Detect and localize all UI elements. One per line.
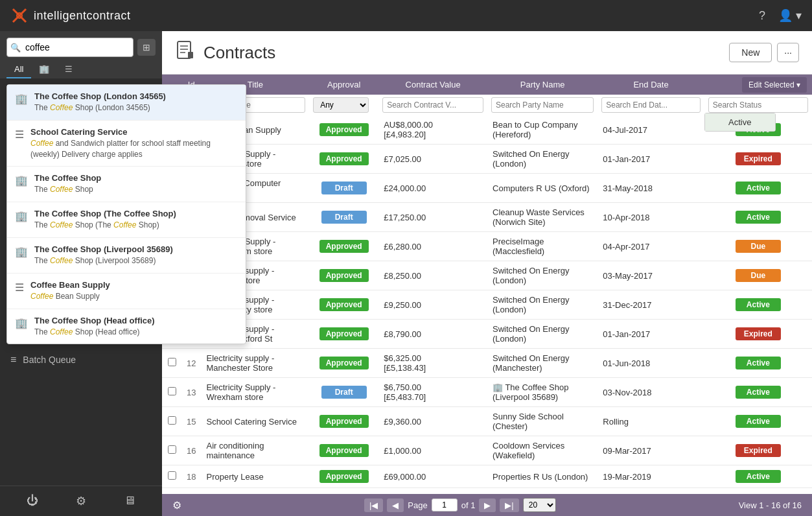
result-content-6: Coffee Bean Supply Coffee Bean Supply [30, 280, 238, 302]
row-contract-value-cell: £69,000.00 [378, 465, 487, 488]
row-contract-value-cell: $6,325.00[£5,138.43] [378, 349, 487, 378]
search-filter-row: Any Approved Draft ▾ [162, 95, 812, 115]
help-icon[interactable]: ? [759, 9, 765, 23]
status-header: Status Edit Selected ▾ [704, 75, 812, 95]
row-end-date-cell: 03-Nov-2018 [597, 378, 704, 407]
new-button[interactable]: New [729, 43, 772, 62]
per-page-select[interactable]: 20 50 100 [523, 498, 556, 512]
row-end-date-cell: 04-Jul-2017 [597, 115, 704, 145]
table-row: 18 Property Lease Approved £69,000.00 Pr… [162, 465, 812, 488]
approval-badge: Approved [319, 240, 369, 253]
search-result-4[interactable]: 🏢 The Coffee Shop (The Coffee Shop) The … [7, 202, 246, 238]
batch-icon: ≡ [10, 354, 16, 366]
contract-search-cell [378, 95, 487, 115]
row-id-cell: 16 [181, 436, 201, 465]
approval-badge: Approved [319, 444, 369, 457]
result-title-3: The Coffee Shop [34, 173, 238, 183]
table-row: 13 Electricity Supply -Wrexham store Dra… [162, 378, 812, 407]
sidebar-bottom: ⏻ ⚙ 🖥 [0, 486, 162, 516]
result-content-4: The Coffee Shop (The Coffee Shop) The Co… [34, 209, 238, 231]
display-icon[interactable]: 🖥 [124, 494, 135, 508]
table-row: 16 Air conditioningmaintenance Approved … [162, 436, 812, 465]
row-approval-cell: Approved [309, 145, 378, 174]
row-contract-value-cell: £9,360.00 [378, 407, 487, 436]
row-contract-value-cell: AU$8,000.00[£4,983.20] [378, 115, 487, 145]
content-area: Contracts New ··· Id Title Approval Cont… [162, 31, 812, 516]
party-search-input[interactable] [491, 97, 594, 113]
result-subtitle-7: The Coffee Shop (Head office) [34, 327, 238, 338]
search-dropdown: 🏢 The Coffee Shop (London 34565) The Cof… [6, 84, 246, 344]
edit-selected-label[interactable]: Edit Selected ▾ [742, 77, 807, 93]
row-party-cell: Bean to Cup Company(Hereford) [487, 115, 597, 145]
row-contract-value-cell: £17,250.00 [378, 203, 487, 232]
prev-page-button[interactable]: ◀ [387, 498, 404, 512]
approval-badge: Approved [319, 152, 369, 165]
row-title-cell: School Catering Service [201, 407, 309, 436]
edit-selected-button[interactable]: Edit Selected ▾ [742, 77, 807, 93]
row-checkbox-9[interactable] [168, 387, 176, 395]
settings-cog-icon[interactable]: ⚙ [172, 499, 181, 511]
contract-search-input[interactable] [382, 97, 483, 113]
row-contract-value-cell: £8,790.00 [378, 320, 487, 349]
result-icon-4: 🏢 [15, 210, 28, 222]
sidebar-item-batch-queue[interactable]: ≡ Batch Queue [0, 347, 162, 372]
pagination-view-info: View 1 - 16 of 16 [739, 500, 802, 510]
search-row: 🔍 ⊞ [6, 38, 156, 57]
search-tab-all[interactable]: All [6, 61, 31, 78]
search-result-6[interactable]: ☰ Coffee Bean Supply Coffee Bean Supply [7, 274, 246, 309]
result-icon-5: 🏢 [15, 246, 28, 258]
search-input[interactable] [6, 38, 133, 57]
approval-filter-select[interactable]: Any Approved Draft [313, 97, 369, 113]
status-option-active[interactable]: Active [705, 113, 775, 131]
table-row: 9 Electricity supply -Glasgow store Appr… [162, 261, 812, 290]
row-checkbox-8[interactable] [168, 358, 176, 366]
end-date-search-input[interactable] [601, 97, 701, 113]
row-end-date-cell: 31-May-2018 [597, 174, 704, 203]
result-icon-6: ☰ [15, 281, 24, 294]
search-result-1[interactable]: 🏢 The Coffee Shop (London 34565) The Cof… [7, 85, 246, 121]
status-search-input[interactable] [708, 97, 808, 113]
row-approval-cell: Approved [309, 232, 378, 261]
next-page-button[interactable]: ▶ [479, 498, 496, 512]
search-result-2[interactable]: ☰ School Catering Service Coffee and San… [7, 121, 246, 167]
row-title-cell: Electricity supply -Manchester Store [201, 349, 309, 378]
row-checkbox-cell [162, 436, 181, 465]
power-icon[interactable]: ⏻ [27, 494, 38, 508]
row-checkbox-cell [162, 407, 181, 436]
result-icon-2: ☰ [15, 128, 24, 141]
approval-badge: Approved [319, 269, 369, 282]
table-row: 7 Waste Removal Service Draft £17,250.00… [162, 203, 812, 232]
pagination-left: ⚙ [172, 499, 181, 511]
last-page-button[interactable]: ▶| [500, 498, 518, 512]
approval-badge: Draft [321, 182, 367, 194]
row-checkbox-11[interactable] [168, 445, 176, 454]
row-id-cell: 15 [181, 407, 201, 436]
settings-icon[interactable]: ⚙ [76, 494, 86, 508]
result-title-4: The Coffee Shop (The Coffee Shop) [34, 209, 238, 218]
sidebar-item-batch-label: Batch Queue [23, 355, 76, 365]
search-result-7[interactable]: 🏢 The Coffee Shop (Head office) The Coff… [7, 309, 246, 344]
status-badge: Expired [736, 327, 781, 340]
search-filter-button[interactable]: ⊞ [137, 39, 156, 56]
first-page-button[interactable]: |◀ [364, 498, 383, 512]
table-row: 4 Electricity Supply -Liverpool store Ap… [162, 145, 812, 174]
row-checkbox-12[interactable] [168, 471, 176, 480]
user-menu[interactable]: 👤 ▾ [778, 8, 802, 23]
header-buttons: New ··· [729, 43, 799, 62]
row-end-date-cell: 01-Jan-2017 [597, 145, 704, 174]
search-tab-contracts[interactable]: 🏢 [31, 61, 57, 78]
status-badge: Expired [736, 444, 781, 457]
result-icon-1: 🏢 [15, 93, 28, 105]
more-options-button[interactable]: ··· [777, 43, 799, 62]
search-result-5[interactable]: 🏢 The Coffee Shop (Liverpool 35689) The … [7, 238, 246, 274]
row-party-cell: Switched On Energy(London) [487, 261, 597, 290]
row-status-cell: Active [704, 290, 812, 320]
result-content-5: The Coffee Shop (Liverpool 35689) The Co… [34, 244, 238, 266]
row-checkbox-10[interactable] [168, 416, 176, 425]
table-row: 15 School Catering Service Approved £9,3… [162, 407, 812, 436]
search-result-3[interactable]: 🏢 The Coffee Shop The Coffee Shop [7, 167, 246, 202]
search-tab-parties[interactable]: ☰ [57, 61, 80, 78]
row-title-cell: Property Lease [201, 465, 309, 488]
party-search-cell [487, 95, 597, 115]
page-number-input[interactable] [432, 498, 458, 511]
